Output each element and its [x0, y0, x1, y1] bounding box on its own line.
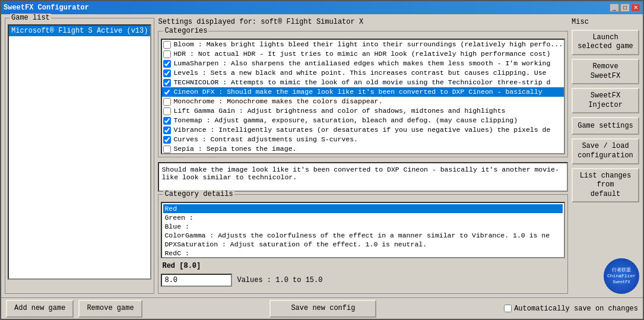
detail-item[interactable]: GreenC : [163, 258, 563, 258]
category-item[interactable]: TECHNICOLOR : Attempts to mimic the look… [162, 78, 564, 87]
game-settings-button[interactable]: Game settings [572, 117, 639, 135]
category-label: LumaSharpen : Also sharpens the antialia… [173, 59, 550, 67]
category-checkbox[interactable] [163, 107, 171, 115]
bottom-bar: Add new game Remove game Save new config… [1, 297, 643, 319]
game-list-title: Game list [10, 14, 51, 22]
category-item[interactable]: Cineon DFX : Should make the image look … [162, 87, 564, 97]
game-list-group: Game list Microsoft® Flight S Active (v1… [5, 18, 154, 294]
category-label: Sepia : Sepia tones the image. [173, 145, 296, 153]
category-label: Bloom : Makes bright lights bleed their … [173, 40, 563, 48]
category-item[interactable]: Lift Gamma Gain : Adjust brightness and … [162, 106, 564, 116]
category-item[interactable]: Vibrance : Intelligently saturates (or d… [162, 125, 564, 135]
category-item[interactable]: Monochrome : Monochrome makes the colors… [162, 97, 564, 106]
right-panel-buttons: Launch selected gameRemove SweetFXSweetF… [572, 30, 639, 203]
categories-list[interactable]: Bloom : Makes bright lights bleed their … [161, 39, 565, 154]
maximize-button[interactable]: □ [620, 4, 630, 12]
details-list[interactable]: RedGreen :Blue :ColorGamma : Adjusts the… [161, 202, 565, 258]
watermark-area: 行者联盟 ChinaFlier SweetFX [572, 258, 639, 294]
remove-sweetfx-button[interactable]: Remove SweetFX [572, 59, 639, 84]
watermark: 行者联盟 ChinaFlier SweetFX [604, 258, 639, 294]
close-button[interactable]: ✕ [631, 4, 640, 12]
value-input-row: Values : 1.0 to 15.0 [161, 274, 565, 287]
details-group: Category details RedGreen :Blue :ColorGa… [158, 194, 568, 294]
detail-item[interactable]: RedC : [163, 249, 563, 258]
watermark-line3: SweetFX [607, 280, 636, 285]
category-checkbox[interactable] [163, 41, 171, 49]
categories-title: Categories [163, 27, 208, 35]
game-list-item[interactable]: Microsoft® Flight S Active (v13) [9, 26, 150, 36]
value-input[interactable] [161, 274, 232, 287]
detail-item[interactable]: ColorGamma : Adjusts the colorfulness of… [163, 231, 563, 240]
sweetfx-injector-button[interactable]: SweetFX Injector [572, 88, 639, 113]
category-label: Monochrome : Monochrome makes the colors… [173, 97, 382, 105]
category-label: HDR : Not actual HDR - It just tries to … [173, 50, 550, 58]
auto-save-label: Automatically save on changes [514, 305, 638, 313]
category-label: TECHNICOLOR : Attempts to mimic the look… [173, 78, 550, 86]
category-item[interactable]: Curves : Contrast adjustments using S-cu… [162, 135, 564, 144]
misc-label: Misc [572, 18, 639, 26]
category-label: Vibrance : Intelligently saturates (or d… [173, 126, 550, 134]
launch-game-button[interactable]: Launch selected game [572, 30, 639, 55]
description-box: Should make the image look like it's bee… [158, 162, 568, 192]
category-item[interactable]: Tonemap : Adjust gamma, exposure, satura… [162, 116, 564, 125]
details-title: Category details [163, 190, 234, 198]
category-checkbox[interactable] [163, 88, 171, 96]
category-checkbox[interactable] [163, 50, 171, 58]
category-checkbox[interactable] [163, 136, 171, 144]
title-bar-buttons: _ □ ✕ [610, 4, 640, 12]
minimize-button[interactable]: _ [610, 4, 619, 12]
category-item[interactable]: Sepia : Sepia tones the image. [162, 144, 564, 154]
detail-item[interactable]: Green : [163, 213, 563, 222]
remove-game-button[interactable]: Remove game [78, 300, 142, 318]
content-area: Game list Microsoft® Flight S Active (v1… [1, 14, 643, 297]
value-label: Red [8.0] [161, 261, 565, 271]
category-label: Levels : Sets a new black and white poin… [173, 69, 546, 77]
right-panel: Misc Launch selected gameRemove SweetFXS… [572, 18, 639, 294]
watermark-line2: ChinaFlier [607, 273, 636, 279]
categories-group: Categories Bloom : Makes bright lights b… [158, 31, 568, 157]
detail-item[interactable]: Blue : [163, 222, 563, 231]
category-checkbox[interactable] [163, 126, 171, 134]
category-checkbox[interactable] [163, 69, 171, 77]
category-label: Curves : Contrast adjustments using S-cu… [173, 135, 358, 143]
left-panel: Game list Microsoft® Flight S Active (v1… [5, 18, 154, 294]
category-label: Tonemap : Adjust gamma, exposure, satura… [173, 116, 518, 124]
title-bar: SweetFX Configurator _ □ ✕ [1, 1, 643, 14]
add-game-button[interactable]: Add new game [6, 300, 74, 318]
watermark-line1: 行者联盟 [607, 267, 636, 273]
category-checkbox[interactable] [163, 79, 171, 87]
category-checkbox[interactable] [163, 145, 171, 153]
category-item[interactable]: HDR : Not actual HDR - It just tries to … [162, 49, 564, 59]
save-load-config-button[interactable]: Save / load configuration [572, 138, 639, 164]
detail-item[interactable]: DPXSaturation : Adjust saturation of the… [163, 240, 563, 249]
category-checkbox[interactable] [163, 117, 171, 125]
settings-header: Settings displayed for: soft® Flight Sim… [158, 18, 568, 26]
app-window: SweetFX Configurator _ □ ✕ Game list Mic… [0, 0, 644, 320]
category-checkbox[interactable] [163, 98, 171, 106]
category-label: Cineon DFX : Should make the image look … [173, 88, 542, 96]
value-range: Values : 1.0 to 15.0 [237, 276, 322, 284]
list-changes-button[interactable]: List changes from default [572, 168, 639, 203]
detail-item[interactable]: Red [163, 204, 563, 213]
save-config-button[interactable]: Save new config [269, 300, 376, 318]
category-checkbox[interactable] [163, 60, 171, 68]
category-item[interactable]: Levels : Sets a new black and white poin… [162, 68, 564, 78]
middle-panel: Settings displayed for: soft® Flight Sim… [158, 18, 568, 294]
auto-save-checkbox[interactable] [504, 305, 512, 312]
game-list[interactable]: Microsoft® Flight S Active (v13) [8, 24, 151, 280]
category-item[interactable]: Bloom : Makes bright lights bleed their … [162, 40, 564, 49]
category-label: Lift Gamma Gain : Adjust brightness and … [173, 107, 505, 115]
auto-save-row: Automatically save on changes [504, 305, 638, 313]
window-title: SweetFX Configurator [4, 4, 89, 12]
main-window: Game list Microsoft® Flight S Active (v1… [1, 14, 643, 319]
category-item[interactable]: LumaSharpen : Also sharpens the antialia… [162, 59, 564, 68]
